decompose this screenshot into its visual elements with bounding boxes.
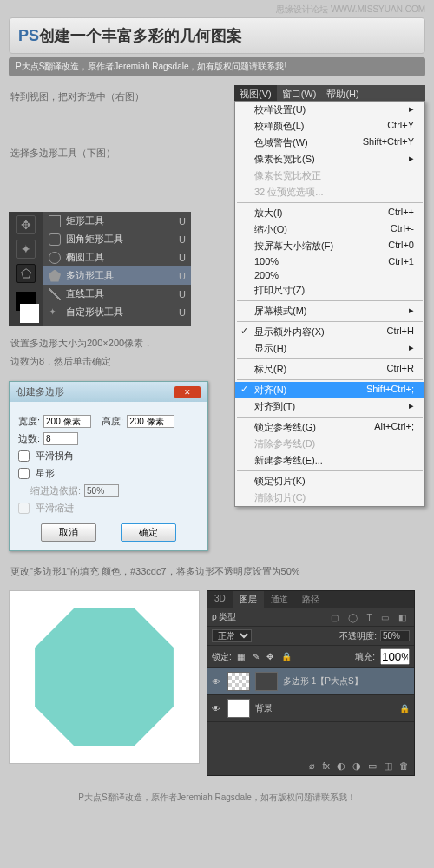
menu-gamut-warning[interactable]: 色域警告(W)Shift+Ctrl+Y [235,135,424,151]
shape-tool-icon[interactable]: ⬠ [16,264,36,283]
menu-100-percent[interactable]: 100%Ctrl+1 [235,254,424,268]
fx-icon[interactable]: fx [322,760,330,772]
indent-input [84,484,119,497]
menu-pixel-correction: 像素长宽比校正 [235,168,424,184]
layers-panel: 3D 图层 通道 路径 ρ 类型 ▢ ◯ T ▭ ◧ 正常 不透明度: 锁定: … [207,590,415,776]
tab-3d[interactable]: 3D [207,591,233,608]
trash-icon[interactable]: 🗑 [399,760,409,772]
menu-32bit-preview: 32 位预览选项... [235,184,424,201]
lock-icon: 🔒 [399,704,410,713]
menu-separator [237,358,423,359]
filter-kind[interactable]: ρ 类型 [212,611,236,623]
opacity-input[interactable] [380,630,410,641]
menu-proof-setup[interactable]: 校样设置(U)▸ [235,102,424,118]
menu-snap[interactable]: 对齐(N)Shift+Ctrl+; [235,382,424,398]
menu-zoom-in[interactable]: 放大(I)Ctrl++ [235,205,424,221]
menu-proof-colors[interactable]: 校样颜色(L)Ctrl+Y [235,118,424,135]
star-label: 星形 [36,467,55,480]
layer-background[interactable]: 👁 背景 🔒 [207,695,414,722]
star-checkbox[interactable] [18,468,30,479]
height-input[interactable] [127,415,174,428]
ellipse-icon [49,252,61,264]
line-tool[interactable]: 直线工具U [43,285,191,303]
layer-mask-thumb [255,672,278,691]
smooth-corners-checkbox[interactable] [18,450,30,462]
fill-input[interactable] [380,648,410,665]
menu-separator [237,300,423,301]
layer-panel-buttons: ⌀ fx ◐ ◑ ▭ ◫ 🗑 [207,757,414,775]
menu-lock-slices[interactable]: 锁定切片(K) [235,473,424,490]
menu-fit-screen[interactable]: 按屏幕大小缩放(F)Ctrl+0 [235,238,424,254]
dialog-titlebar: 创建多边形 ✕ [10,382,207,402]
width-label: 宽度: [18,415,40,428]
polygon-tool[interactable]: 多边形工具U [43,266,191,285]
selection-tool-icon[interactable]: ✥ [16,215,36,234]
blend-mode-select[interactable]: 正常 [212,629,252,642]
new-layer-icon[interactable]: ◫ [384,760,392,772]
rectangle-icon [49,215,61,227]
menu-clear-slices: 清除切片(C) [235,490,424,506]
custom-shape-tool[interactable]: ✦自定形状工具U [43,303,191,321]
menu-extras[interactable]: 显示额外内容(X)Ctrl+H [235,324,424,340]
sides-label: 边数: [18,432,40,445]
indent-label: 缩进边依据: [30,484,81,497]
layer-thumb [227,699,250,718]
menu-show[interactable]: 显示(H)▸ [235,340,424,357]
menu-200-percent[interactable]: 200% [235,268,424,282]
menu-separator [237,470,423,471]
rounded-rect-icon [49,233,61,246]
smooth-indent-label: 平滑缩进 [36,502,74,515]
rounded-rectangle-tool[interactable]: 圆角矩形工具U [43,230,191,248]
layer-thumb [227,672,250,691]
close-button[interactable]: ✕ [174,386,201,398]
visibility-icon[interactable]: 👁 [212,704,222,713]
menu-lock-guides[interactable]: 锁定参考线(G)Alt+Ctrl+; [235,419,424,436]
lock-icons[interactable]: ▦ ✎ ✥ 🔒 [237,652,294,661]
smooth-corners-label: 平滑拐角 [36,450,74,463]
background-swatch[interactable] [20,304,39,323]
ps-prefix: PS [18,27,39,44]
ok-button[interactable]: 确定 [121,523,176,542]
tab-paths[interactable]: 路径 [295,591,326,608]
cancel-button[interactable]: 取消 [41,523,96,542]
mask-icon[interactable]: ◐ [337,760,345,772]
instruction-4: 更改"多边形1"的填充 颜色，#33cdc7，将多边形不透明度设置为50% [10,565,424,578]
menu-rulers[interactable]: 标尺(R)Ctrl+R [235,361,424,378]
visibility-icon[interactable]: 👁 [212,677,222,687]
layer-name: 多边形 1【P大点S】 [283,675,363,687]
page-footer: P大点S翻译改造，原作者Jeremiah Ragsdale，如有版权问题请联系我… [9,792,425,804]
menu-new-guide[interactable]: 新建参考线(E)... [235,452,424,469]
sides-input[interactable] [43,432,78,445]
octagon-shape [30,603,178,751]
ellipse-tool[interactable]: 椭圆工具U [43,248,191,266]
menu-zoom-out[interactable]: 缩小(O)Ctrl+- [235,221,424,238]
tab-layers[interactable]: 图层 [233,591,264,608]
menu-snap-to[interactable]: 对齐到(T)▸ [235,398,424,415]
watermark: 思缘设计论坛 WWW.MISSYUAN.COM [276,3,425,16]
shape-preview [9,590,200,764]
link-icon[interactable]: ⌀ [309,760,315,772]
menu-print-size[interactable]: 打印尺寸(Z) [235,282,424,299]
menu-separator [237,379,423,380]
opacity-label: 不透明度: [339,630,377,642]
menu-separator [237,321,423,322]
page-title: PS创建一个丰富多彩的几何图案 [18,25,416,46]
menu-screen-mode[interactable]: 屏幕模式(M)▸ [235,303,424,319]
smooth-indent-checkbox [18,503,30,514]
rectangle-tool[interactable]: 矩形工具U [43,212,191,230]
lock-label: 锁定: [212,651,232,663]
menu-pixel-ratio[interactable]: 像素长宽比(S)▸ [235,151,424,168]
line-icon [49,288,61,300]
tab-channels[interactable]: 通道 [264,591,295,608]
height-label: 高度: [102,415,123,428]
magic-wand-icon[interactable]: ✦ [16,240,36,259]
folder-icon[interactable]: ▭ [368,760,377,772]
layer-polygon-1[interactable]: 👁 多边形 1【P大点S】 [207,668,414,695]
width-input[interactable] [43,415,91,428]
shape-tools-list: 矩形工具U 圆角矩形工具U 椭圆工具U 多边形工具U 直线工具U ✦自定形状工具… [43,212,191,326]
adjustment-icon[interactable]: ◑ [352,760,361,772]
page-header: PS创建一个丰富多彩的几何图案 [9,17,425,54]
menu-clear-guides: 清除参考线(D) [235,436,424,452]
filter-icons[interactable]: ▢ ◯ T ▭ ◧ [331,613,410,622]
menu-separator [237,202,423,203]
